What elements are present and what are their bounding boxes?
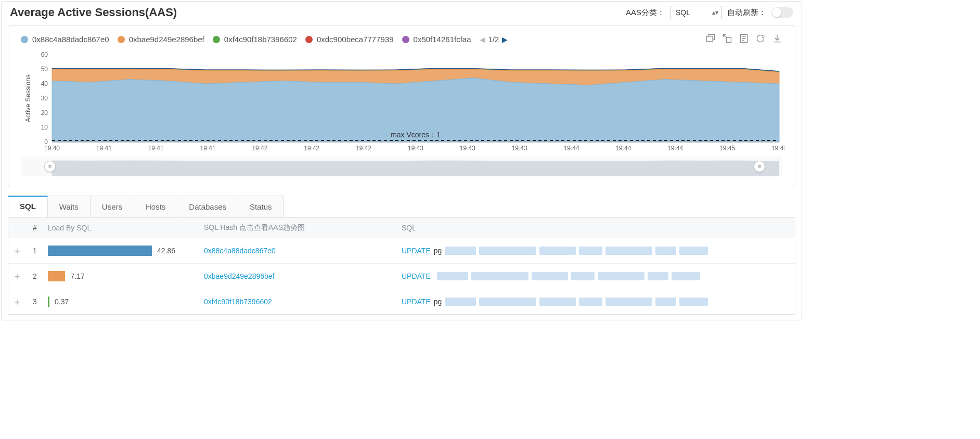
svg-text:19:43: 19:43 xyxy=(408,145,423,152)
load-bar xyxy=(48,246,152,256)
sql-hash-link[interactable]: 0x88c4a88dadc867e0 xyxy=(204,247,276,255)
sql-redacted xyxy=(579,247,602,255)
load-cell: 42.86 xyxy=(44,238,200,264)
svg-text:60: 60 xyxy=(41,51,48,58)
zoom-handle-right[interactable]: ≡ xyxy=(754,161,765,172)
legend-next-icon[interactable]: ▶ xyxy=(502,35,508,44)
col-idx: # xyxy=(26,218,44,238)
zoom-reset-icon[interactable] xyxy=(722,33,732,45)
legend-item[interactable]: 0x50f14261fcfaa xyxy=(402,35,471,44)
auto-refresh-toggle[interactable] xyxy=(771,7,793,18)
sql-redacted xyxy=(655,247,676,255)
legend-label: 0x50f14261fcfaa xyxy=(414,35,471,44)
sql-pre: pg xyxy=(434,247,442,255)
download-icon[interactable] xyxy=(772,33,782,45)
sql-redacted xyxy=(479,247,536,255)
panel: Average Active Sessions(AAS) AAS分类： SQL … xyxy=(1,1,802,320)
svg-text:30: 30 xyxy=(41,95,48,102)
svg-text:19:41: 19:41 xyxy=(96,145,112,152)
sql-keyword: UPDATE xyxy=(402,247,431,255)
zoom-track[interactable]: ≡ ≡ xyxy=(21,157,782,176)
legend-label: 0xf4c90f18b7396602 xyxy=(224,35,297,44)
sql-redacted xyxy=(605,298,652,306)
svg-text:19:44: 19:44 xyxy=(564,145,579,152)
legend-pager: ◀ 1/2 ▶ xyxy=(480,35,508,44)
sql-redacted xyxy=(479,298,536,306)
legend-label: 0xdc900beca7777939 xyxy=(317,35,394,44)
row-index: 1 xyxy=(26,238,44,264)
sql-pre: pg xyxy=(434,298,442,306)
zoom-handle-left[interactable]: ≡ xyxy=(44,161,56,172)
sql-redacted xyxy=(655,298,676,306)
expand-icon[interactable]: ＋ xyxy=(8,238,26,264)
svg-text:40: 40 xyxy=(41,80,48,87)
sql-redacted xyxy=(445,298,476,306)
tabs: SQLWaitsUsersHostsDatabasesStatus xyxy=(8,196,795,217)
legend-swatch xyxy=(213,36,220,43)
legend-swatch xyxy=(21,36,28,43)
svg-text:20: 20 xyxy=(41,109,48,117)
sql-redacted xyxy=(679,298,708,306)
legend-item[interactable]: 0xbae9d249e2896bef xyxy=(118,35,204,44)
sql-table: # Load By SQL SQL Hash 点击查看AAS趋势图 SQL ＋1… xyxy=(8,218,795,314)
sql-cell: UPDATEpg xyxy=(397,289,795,315)
sql-redacted xyxy=(579,298,602,306)
legend-label: 0xbae9d249e2896bef xyxy=(129,35,204,44)
svg-rect-0 xyxy=(707,36,713,42)
load-bar xyxy=(48,271,65,281)
svg-text:19:40: 19:40 xyxy=(44,145,60,152)
col-sql: SQL xyxy=(397,218,795,238)
aas-chart: 0102030405060max Vcores：119:4019:4119:41… xyxy=(21,45,784,154)
classify-select[interactable]: SQL ▴▾ xyxy=(670,6,722,19)
sql-redacted xyxy=(539,247,576,255)
chart-body: 0102030405060max Vcores：119:4019:4119:41… xyxy=(8,45,795,187)
legend-swatch xyxy=(118,36,125,43)
svg-text:19:45: 19:45 xyxy=(771,145,784,152)
auto-refresh-label: 自动刷新： xyxy=(727,8,766,18)
caret-icon: ▴▾ xyxy=(712,9,718,16)
legend-swatch xyxy=(305,36,313,43)
sql-redacted xyxy=(672,272,700,280)
expand-icon[interactable]: ＋ xyxy=(8,289,26,315)
svg-text:19:42: 19:42 xyxy=(304,145,319,152)
tab-panel: # Load By SQL SQL Hash 点击查看AAS趋势图 SQL ＋1… xyxy=(8,217,795,315)
sql-hash-link[interactable]: 0xf4c90f18b7396602 xyxy=(204,298,272,306)
svg-text:10: 10 xyxy=(41,124,48,131)
tab-databases[interactable]: Databases xyxy=(177,196,238,217)
sql-cell: UPDATEpg xyxy=(397,238,795,264)
legend-item[interactable]: 0xf4c90f18b7396602 xyxy=(213,35,297,44)
row-index: 2 xyxy=(26,264,44,289)
zoom-select-icon[interactable] xyxy=(705,33,716,45)
sql-redacted xyxy=(471,272,528,280)
data-view-icon[interactable] xyxy=(739,33,749,45)
tab-sql[interactable]: SQL xyxy=(8,196,48,217)
legend-label: 0x88c4a88dadc867e0 xyxy=(32,35,109,44)
tab-hosts[interactable]: Hosts xyxy=(134,196,177,217)
load-value: 42.86 xyxy=(157,247,175,255)
chart-tools xyxy=(705,33,782,45)
svg-text:19:45: 19:45 xyxy=(719,145,735,152)
svg-text:Active Sessions: Active Sessions xyxy=(24,74,32,122)
svg-text:19:42: 19:42 xyxy=(356,145,371,152)
tab-waits[interactable]: Waits xyxy=(48,196,91,217)
expand-icon[interactable]: ＋ xyxy=(8,264,26,289)
header: Average Active Sessions(AAS) AAS分类： SQL … xyxy=(2,2,802,25)
load-bar xyxy=(48,296,49,307)
sql-redacted xyxy=(679,247,708,255)
legend-item[interactable]: 0xdc900beca7777939 xyxy=(305,35,394,44)
sql-hash-link[interactable]: 0xbae9d249e2896bef xyxy=(204,272,274,280)
tab-status[interactable]: Status xyxy=(238,196,284,217)
load-cell: 0.37 xyxy=(44,289,200,315)
legend-prev-icon[interactable]: ◀ xyxy=(480,35,485,44)
load-value: 0.37 xyxy=(55,298,69,306)
refresh-icon[interactable] xyxy=(755,33,766,45)
legend: 0x88c4a88dadc867e00xbae9d249e2896bef0xf4… xyxy=(8,26,795,45)
load-value: 7.17 xyxy=(70,272,84,280)
tab-users[interactable]: Users xyxy=(91,196,134,217)
page-title: Average Active Sessions(AAS) xyxy=(10,6,177,19)
table-row: ＋27.170xbae9d249e2896befUPDATE xyxy=(8,264,795,289)
load-cell: 7.17 xyxy=(44,264,200,289)
legend-item[interactable]: 0x88c4a88dadc867e0 xyxy=(21,35,109,44)
sql-redacted xyxy=(532,272,568,280)
hash-cell: 0xf4c90f18b7396602 xyxy=(200,289,397,315)
